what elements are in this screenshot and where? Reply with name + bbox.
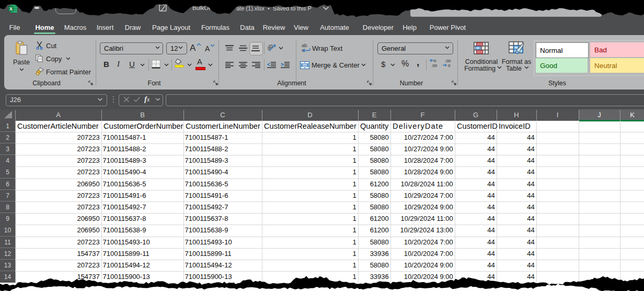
svg-text:.00: .00 — [431, 63, 438, 68]
svg-text:.00: .00 — [445, 59, 451, 63]
svg-text:0: 0 — [448, 63, 451, 68]
svg-text:0: 0 — [434, 59, 436, 63]
